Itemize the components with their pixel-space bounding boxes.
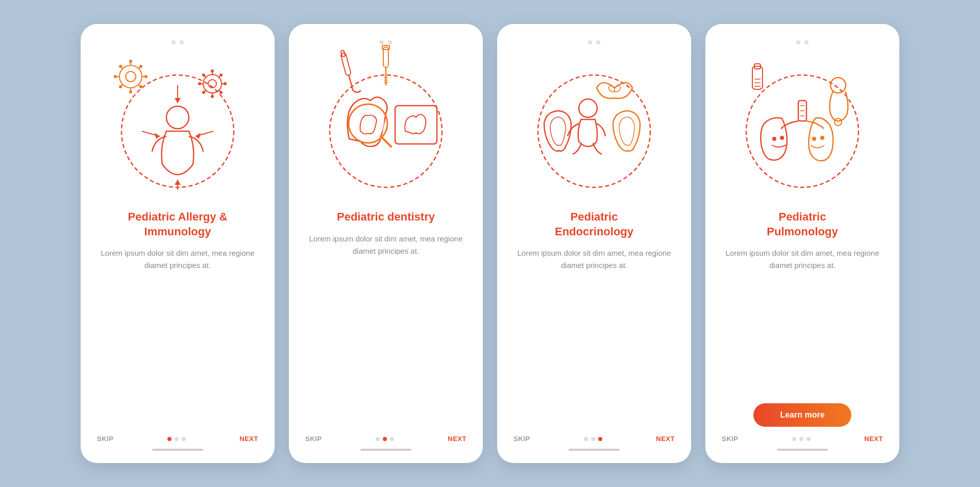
learn-more-button[interactable]: Learn more [753, 403, 851, 427]
svg-point-60 [579, 99, 597, 117]
svg-marker-41 [195, 133, 201, 139]
svg-point-2 [126, 71, 136, 82]
svg-point-59 [538, 75, 650, 187]
card-body: Lorem ipsum dolor sit dim amet, mea regi… [511, 247, 677, 425]
next-button[interactable]: NEXT [448, 435, 467, 443]
svg-point-63 [780, 136, 784, 140]
card-nav: SKIP NEXT [95, 435, 260, 443]
nav-dots [167, 437, 186, 441]
next-button[interactable]: NEXT [656, 435, 675, 443]
top-dot [588, 40, 592, 44]
svg-marker-43 [175, 98, 181, 103]
card-title: Pediatric Allergy &Immunology [128, 210, 228, 239]
svg-point-64 [812, 137, 816, 141]
top-dot [796, 40, 800, 44]
nav-dot-1 [792, 437, 796, 441]
top-dot [380, 40, 384, 44]
svg-point-11 [129, 60, 132, 63]
nav-dot-2 [175, 437, 179, 441]
nav-dot-2 [591, 437, 595, 441]
nav-dot-3 [598, 437, 602, 441]
illustration-pulmonology [736, 55, 869, 198]
card-dentistry: Pediatric dentistry Lorem ipsum dolor si… [289, 24, 483, 463]
card-nav: SKIP NEXT [303, 435, 469, 443]
nav-dot-2 [383, 437, 387, 441]
card-pulmonology: PediatricPulmonology Lorem ipsum dolor s… [705, 24, 899, 463]
nav-dot-2 [799, 437, 803, 441]
svg-point-29 [211, 69, 214, 72]
home-indicator [360, 449, 411, 451]
nav-dot-3 [806, 437, 811, 441]
svg-point-13 [129, 90, 132, 93]
svg-point-65 [820, 136, 824, 140]
home-indicator [152, 449, 203, 451]
svg-point-31 [211, 95, 214, 98]
illustration-dentistry [320, 55, 452, 198]
next-button[interactable]: NEXT [239, 435, 258, 443]
top-dot [172, 40, 176, 44]
svg-point-12 [144, 75, 148, 78]
nav-dots [792, 437, 811, 441]
card-title: Pediatric dentistry [337, 210, 435, 225]
svg-point-15 [139, 65, 142, 68]
card-nav: SKIP NEXT [511, 435, 677, 443]
top-dot [804, 40, 808, 44]
top-dot [388, 40, 392, 44]
illustration-allergy [111, 55, 244, 198]
card-top-dots [172, 40, 184, 44]
card-allergy-immunology: Pediatric Allergy &Immunology Lorem ipsu… [81, 24, 275, 463]
nav-dots [584, 437, 602, 441]
card-endocrinology: PediatricEndocrinology Lorem ipsum dolor… [497, 24, 691, 463]
svg-point-75 [830, 78, 846, 93]
card-title: PediatricPulmonology [767, 210, 838, 239]
card-body: Lorem ipsum dolor sit dim amet, mea regi… [720, 247, 885, 393]
svg-point-35 [202, 74, 205, 77]
svg-point-62 [772, 137, 776, 141]
card-title: PediatricEndocrinology [555, 210, 633, 239]
top-dot [180, 40, 184, 44]
next-button[interactable]: NEXT [864, 435, 883, 443]
card-nav: SKIP NEXT [720, 435, 885, 443]
svg-point-17 [119, 65, 122, 68]
svg-marker-45 [175, 180, 181, 185]
card-body: Lorem ipsum dolor sit dim amet, mea regi… [303, 233, 469, 425]
svg-line-58 [381, 136, 391, 147]
svg-point-57 [352, 107, 384, 140]
card-body: Lorem ipsum dolor sit dim amet, mea regi… [95, 247, 260, 425]
home-indicator [777, 449, 828, 451]
card-top-dots [796, 40, 808, 44]
skip-button[interactable]: SKIP [305, 435, 322, 443]
svg-point-16 [139, 85, 142, 88]
svg-marker-39 [155, 133, 160, 139]
svg-point-33 [219, 74, 223, 77]
svg-point-30 [224, 82, 227, 85]
nav-dot-3 [182, 437, 186, 441]
illustration-endocrinology [528, 55, 660, 198]
svg-point-37 [166, 106, 189, 129]
nav-dots [376, 437, 394, 441]
home-indicator [569, 449, 620, 451]
nav-dot-1 [167, 437, 172, 441]
svg-rect-55 [395, 106, 437, 144]
cards-container: Pediatric Allergy &Immunology Lorem ipsu… [81, 24, 899, 463]
svg-point-32 [198, 82, 201, 85]
svg-point-76 [835, 118, 842, 126]
nav-dot-1 [584, 437, 588, 441]
skip-button[interactable]: SKIP [513, 435, 530, 443]
skip-button[interactable]: SKIP [722, 435, 738, 443]
svg-point-14 [114, 75, 117, 78]
svg-point-34 [219, 91, 223, 94]
skip-button[interactable]: SKIP [97, 435, 113, 443]
card-top-dots [380, 40, 392, 44]
nav-dot-1 [376, 437, 380, 441]
svg-point-36 [202, 91, 205, 94]
svg-point-18 [119, 85, 122, 88]
card-top-dots [588, 40, 600, 44]
top-dot [596, 40, 600, 44]
nav-dot-3 [390, 437, 394, 441]
